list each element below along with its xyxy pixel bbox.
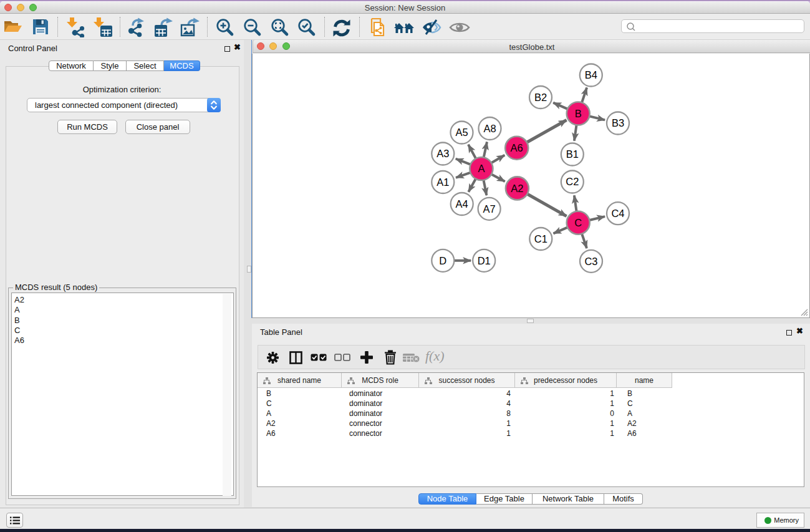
svg-text:A4: A4: [456, 198, 468, 210]
svg-text:A8: A8: [483, 123, 496, 134]
svg-text:C3: C3: [584, 256, 597, 267]
svg-text:B2: B2: [534, 92, 547, 103]
svg-text:A5: A5: [455, 127, 468, 138]
svg-text:A1: A1: [436, 177, 449, 188]
svg-text:D1: D1: [478, 255, 491, 266]
svg-text:A6: A6: [511, 142, 523, 153]
svg-text:D: D: [439, 255, 446, 266]
svg-text:A7: A7: [483, 203, 496, 215]
svg-text:C4: C4: [611, 208, 624, 219]
svg-text:C2: C2: [566, 176, 579, 187]
svg-text:B3: B3: [612, 117, 624, 128]
svg-text:A: A: [478, 163, 485, 174]
svg-text:A3: A3: [436, 148, 449, 159]
svg-text:C: C: [574, 217, 582, 228]
svg-text:B: B: [575, 108, 582, 119]
svg-text:A2: A2: [511, 183, 523, 194]
svg-text:B4: B4: [585, 69, 597, 80]
svg-text:B1: B1: [566, 148, 579, 160]
svg-text:C1: C1: [534, 233, 547, 244]
